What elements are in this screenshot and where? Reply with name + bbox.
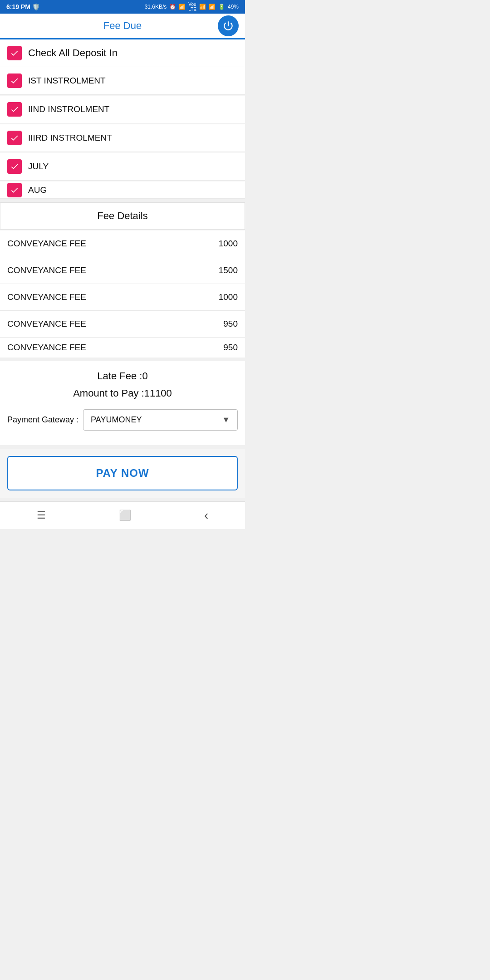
- fee-amount-4: 950: [223, 319, 238, 329]
- fee-row-5-partial: CONVEYANCE FEE 950: [0, 338, 245, 358]
- fee-amount-2: 1500: [219, 265, 238, 275]
- status-right: 31.6KB/s ⏰ 📶 VouLTE 📶 📶 🔋 49%: [145, 2, 239, 12]
- installment-row[interactable]: IIND INSTROLMENT: [0, 96, 245, 123]
- fee-amount-1: 1000: [219, 239, 238, 249]
- header: Fee Due: [0, 14, 245, 39]
- fee-label-4: CONVEYANCE FEE: [7, 319, 86, 329]
- installment-checkbox-3[interactable]: [7, 131, 22, 145]
- check-all-checkbox[interactable]: [7, 46, 22, 60]
- installment-list: IST INSTROLMENT IIND INSTROLMENT IIIRD I…: [0, 67, 245, 199]
- checkmark-icon: [10, 76, 19, 85]
- power-icon: [222, 20, 234, 32]
- payment-gateway-value: PAYUMONEY: [91, 415, 142, 425]
- fee-row-4: CONVEYANCE FEE 950: [0, 311, 245, 338]
- installment-row[interactable]: IIIRD INSTROLMENT: [0, 124, 245, 152]
- chevron-down-icon: ▼: [222, 415, 230, 425]
- summary-section: Late Fee :0 Amount to Pay :11100 Payment…: [0, 361, 245, 445]
- nav-menu-icon[interactable]: ☰: [37, 510, 46, 521]
- installment-row[interactable]: JULY: [0, 153, 245, 181]
- late-fee: Late Fee :0: [7, 370, 238, 382]
- installment-checkbox-2[interactable]: [7, 102, 22, 117]
- fee-label-3: CONVEYANCE FEE: [7, 292, 86, 302]
- installment-label-5: AUG: [28, 185, 47, 195]
- power-button[interactable]: [218, 15, 239, 36]
- status-time: 6:19 PM 🛡️: [6, 3, 40, 10]
- checkmark-icon: [10, 186, 19, 195]
- installment-checkbox-4[interactable]: [7, 159, 22, 174]
- status-bar: 6:19 PM 🛡️ 31.6KB/s ⏰ 📶 VouLTE 📶 📶 🔋 49%: [0, 0, 245, 14]
- checkmark-icon: [10, 162, 19, 171]
- payment-gateway-select[interactable]: PAYUMONEY ▼: [83, 409, 238, 431]
- installment-checkbox-5[interactable]: [7, 183, 22, 197]
- fee-details-header: Fee Details: [0, 202, 245, 230]
- fee-amount-5: 950: [223, 343, 238, 353]
- installment-row[interactable]: IST INSTROLMENT: [0, 67, 245, 95]
- payment-gateway-label: Payment Gateway :: [7, 415, 78, 425]
- fee-details-section: Fee Details CONVEYANCE FEE 1000 CONVEYAN…: [0, 202, 245, 358]
- fee-label-2: CONVEYANCE FEE: [7, 265, 86, 275]
- installment-checkbox-1[interactable]: [7, 74, 22, 88]
- fee-amount-3: 1000: [219, 292, 238, 302]
- installment-label-1: IST INSTROLMENT: [28, 76, 106, 86]
- pay-now-section: PAY NOW: [0, 449, 245, 498]
- checkmark-icon: [10, 105, 19, 114]
- fee-label-5: CONVEYANCE FEE: [7, 343, 86, 353]
- checkmark-icon: [10, 133, 19, 142]
- payment-gateway-row: Payment Gateway : PAYUMONEY ▼: [7, 405, 238, 438]
- installment-label-3: IIIRD INSTROLMENT: [28, 133, 112, 143]
- fee-label-1: CONVEYANCE FEE: [7, 239, 86, 249]
- check-all-label: Check All Deposit In: [28, 47, 118, 59]
- fee-row-3: CONVEYANCE FEE 1000: [0, 284, 245, 311]
- checkmark-icon: [10, 49, 19, 58]
- installment-row-partial[interactable]: AUG: [0, 181, 245, 199]
- amount-to-pay: Amount to Pay :11100: [7, 387, 238, 399]
- nav-back-icon[interactable]: ‹: [204, 508, 208, 523]
- installment-label-4: JULY: [28, 162, 49, 172]
- check-all-row[interactable]: Check All Deposit In: [0, 39, 245, 67]
- pay-now-button[interactable]: PAY NOW: [7, 456, 238, 490]
- fee-row-1: CONVEYANCE FEE 1000: [0, 230, 245, 257]
- fee-row-2: CONVEYANCE FEE 1500: [0, 257, 245, 284]
- nav-bar: ☰ ⬜ ‹: [0, 501, 245, 529]
- page-title: Fee Due: [103, 20, 142, 32]
- nav-home-icon[interactable]: ⬜: [119, 510, 131, 521]
- installment-label-2: IIND INSTROLMENT: [28, 104, 109, 114]
